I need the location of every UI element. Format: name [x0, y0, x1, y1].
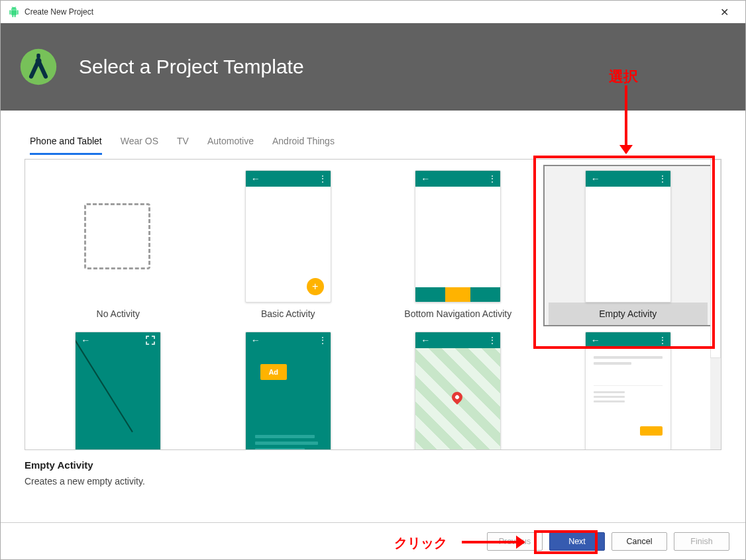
template-label: Basic Activity [261, 308, 315, 319]
template-label: Empty Activity [599, 308, 657, 319]
template-bottom-navigation[interactable]: ←⋮ Bottom Navigation Activity [373, 165, 543, 326]
close-button[interactable]: ✕ [711, 6, 737, 19]
tab-android-things[interactable]: Android Things [272, 132, 335, 155]
back-arrow-icon: ← [591, 335, 600, 346]
tab-tv[interactable]: TV [177, 132, 189, 155]
more-icon: ⋮ [659, 336, 665, 345]
scrollbar[interactable] [710, 160, 721, 449]
titlebar: Create New Project ✕ [1, 1, 745, 23]
action-button-icon [640, 426, 663, 436]
cancel-button[interactable]: Cancel [612, 532, 667, 551]
more-icon: ⋮ [319, 174, 325, 183]
template-empty-activity[interactable]: ←⋮ Empty Activity [543, 165, 714, 326]
template-basic-activity[interactable]: ←⋮ + Basic Activity [203, 165, 374, 326]
tab-automotive[interactable]: Automotive [207, 132, 254, 155]
selection-text: Creates a new empty activity. [25, 476, 721, 487]
finish-button: Finish [674, 532, 729, 551]
template-gallery: No Activity ←⋮ + Basic Activity ←⋮ Botto… [25, 159, 721, 450]
android-studio-logo [19, 48, 58, 86]
more-icon: ⋮ [488, 174, 495, 183]
fab-icon: + [307, 278, 324, 295]
back-arrow-icon: ← [251, 173, 260, 184]
template-admob-activity[interactable]: ←⋮ Ad [203, 326, 374, 450]
back-arrow-icon: ← [421, 173, 430, 184]
back-arrow-icon: ← [251, 335, 260, 346]
fullscreen-icon [146, 336, 155, 345]
more-icon: ⋮ [488, 336, 495, 345]
template-maps-activity[interactable]: ←⋮ [373, 326, 543, 450]
template-master-detail[interactable]: ←⋮ [543, 326, 714, 450]
selection-description: Empty Activity Creates a new empty activ… [1, 450, 745, 496]
page-title: Select a Project Template [79, 56, 304, 78]
tab-wear-os[interactable]: Wear OS [121, 132, 158, 155]
more-icon: ⋮ [319, 336, 325, 345]
selection-title: Empty Activity [25, 459, 721, 471]
more-icon: ⋮ [659, 174, 665, 183]
window-title: Create New Project [25, 7, 93, 17]
android-icon [9, 7, 19, 17]
bottom-nav-icon [415, 287, 500, 302]
template-label: No Activity [97, 308, 140, 319]
text-lines-icon [255, 432, 321, 450]
placeholder-icon [84, 203, 150, 269]
footer: Previous Next Cancel Finish [1, 522, 745, 559]
template-no-activity[interactable]: No Activity [33, 165, 203, 326]
template-label: Bottom Navigation Activity [404, 308, 511, 319]
back-arrow-icon: ← [81, 335, 90, 346]
next-button[interactable]: Next [549, 532, 605, 551]
ad-icon: Ad [260, 364, 287, 380]
wizard-window: Create New Project ✕ Select a Project Te… [0, 0, 746, 560]
tab-bar: Phone and Tablet Wear OS TV Automotive A… [1, 132, 745, 155]
annotation-arrow-down [625, 85, 627, 153]
annotation-arrow-right [462, 541, 524, 543]
template-fullscreen-activity[interactable]: ← [33, 326, 203, 450]
tab-phone-tablet[interactable]: Phone and Tablet [30, 132, 102, 155]
detail-lines-icon [594, 385, 663, 405]
wizard-header: Select a Project Template [1, 23, 745, 111]
svg-rect-2 [36, 54, 40, 58]
svg-point-1 [35, 58, 41, 64]
back-arrow-icon: ← [421, 335, 430, 346]
list-lines-icon [594, 356, 663, 368]
back-arrow-icon: ← [591, 173, 600, 184]
